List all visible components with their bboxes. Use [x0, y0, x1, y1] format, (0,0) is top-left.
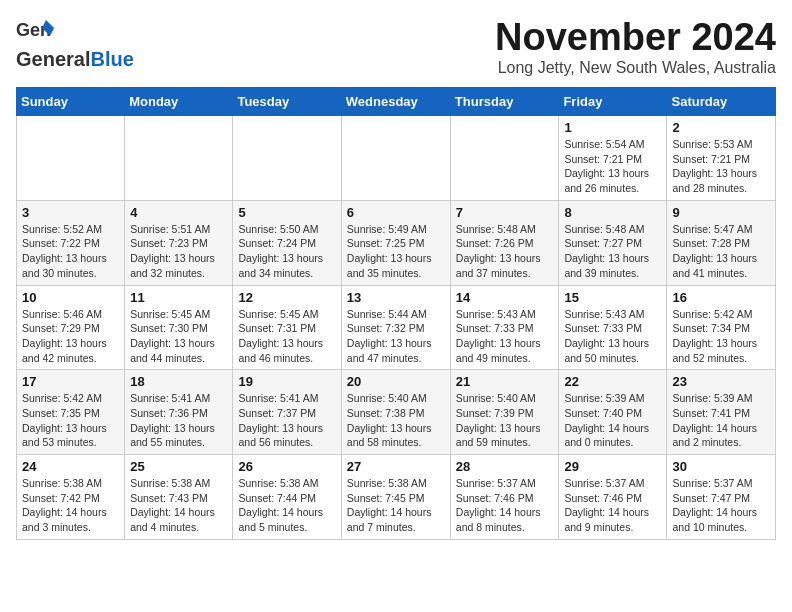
calendar-cell: 23Sunrise: 5:39 AM Sunset: 7:41 PM Dayli…: [667, 370, 776, 455]
calendar-cell: 8Sunrise: 5:48 AM Sunset: 7:27 PM Daylig…: [559, 200, 667, 285]
day-info: Sunrise: 5:48 AM Sunset: 7:26 PM Dayligh…: [456, 222, 554, 281]
weekday-header: Sunday: [17, 88, 125, 116]
day-number: 19: [238, 374, 335, 389]
day-number: 12: [238, 290, 335, 305]
page-header: Gen General Blue November 2024 Long Jett…: [16, 16, 776, 77]
calendar-cell: 1Sunrise: 5:54 AM Sunset: 7:21 PM Daylig…: [559, 116, 667, 201]
day-info: Sunrise: 5:37 AM Sunset: 7:46 PM Dayligh…: [564, 476, 661, 535]
logo-blue: Blue: [90, 48, 133, 70]
day-info: Sunrise: 5:45 AM Sunset: 7:30 PM Dayligh…: [130, 307, 227, 366]
calendar-cell: 25Sunrise: 5:38 AM Sunset: 7:43 PM Dayli…: [125, 455, 233, 540]
day-number: 13: [347, 290, 445, 305]
day-info: Sunrise: 5:38 AM Sunset: 7:43 PM Dayligh…: [130, 476, 227, 535]
weekday-header: Tuesday: [233, 88, 341, 116]
weekday-header: Monday: [125, 88, 233, 116]
day-info: Sunrise: 5:48 AM Sunset: 7:27 PM Dayligh…: [564, 222, 661, 281]
calendar-week-row: 10Sunrise: 5:46 AM Sunset: 7:29 PM Dayli…: [17, 285, 776, 370]
day-number: 14: [456, 290, 554, 305]
calendar-cell: [125, 116, 233, 201]
calendar-cell: 19Sunrise: 5:41 AM Sunset: 7:37 PM Dayli…: [233, 370, 341, 455]
calendar-cell: [17, 116, 125, 201]
day-number: 24: [22, 459, 119, 474]
day-info: Sunrise: 5:39 AM Sunset: 7:41 PM Dayligh…: [672, 391, 770, 450]
day-number: 18: [130, 374, 227, 389]
day-info: Sunrise: 5:37 AM Sunset: 7:47 PM Dayligh…: [672, 476, 770, 535]
day-info: Sunrise: 5:46 AM Sunset: 7:29 PM Dayligh…: [22, 307, 119, 366]
day-info: Sunrise: 5:37 AM Sunset: 7:46 PM Dayligh…: [456, 476, 554, 535]
day-number: 20: [347, 374, 445, 389]
day-number: 7: [456, 205, 554, 220]
day-number: 23: [672, 374, 770, 389]
logo: Gen General Blue: [16, 16, 134, 70]
day-number: 6: [347, 205, 445, 220]
calendar-cell: 2Sunrise: 5:53 AM Sunset: 7:21 PM Daylig…: [667, 116, 776, 201]
day-number: 4: [130, 205, 227, 220]
day-number: 10: [22, 290, 119, 305]
day-number: 3: [22, 205, 119, 220]
calendar-cell: [450, 116, 559, 201]
calendar-week-row: 17Sunrise: 5:42 AM Sunset: 7:35 PM Dayli…: [17, 370, 776, 455]
day-number: 17: [22, 374, 119, 389]
day-number: 21: [456, 374, 554, 389]
calendar-week-row: 3Sunrise: 5:52 AM Sunset: 7:22 PM Daylig…: [17, 200, 776, 285]
calendar-cell: 3Sunrise: 5:52 AM Sunset: 7:22 PM Daylig…: [17, 200, 125, 285]
day-info: Sunrise: 5:53 AM Sunset: 7:21 PM Dayligh…: [672, 137, 770, 196]
weekday-header-row: SundayMondayTuesdayWednesdayThursdayFrid…: [17, 88, 776, 116]
day-info: Sunrise: 5:38 AM Sunset: 7:45 PM Dayligh…: [347, 476, 445, 535]
day-number: 2: [672, 120, 770, 135]
calendar-cell: 21Sunrise: 5:40 AM Sunset: 7:39 PM Dayli…: [450, 370, 559, 455]
calendar-cell: 13Sunrise: 5:44 AM Sunset: 7:32 PM Dayli…: [341, 285, 450, 370]
day-info: Sunrise: 5:45 AM Sunset: 7:31 PM Dayligh…: [238, 307, 335, 366]
day-number: 9: [672, 205, 770, 220]
day-number: 8: [564, 205, 661, 220]
calendar-cell: 14Sunrise: 5:43 AM Sunset: 7:33 PM Dayli…: [450, 285, 559, 370]
weekday-header: Thursday: [450, 88, 559, 116]
calendar-cell: 5Sunrise: 5:50 AM Sunset: 7:24 PM Daylig…: [233, 200, 341, 285]
title-section: November 2024 Long Jetty, New South Wale…: [495, 16, 776, 77]
calendar-cell: 30Sunrise: 5:37 AM Sunset: 7:47 PM Dayli…: [667, 455, 776, 540]
day-info: Sunrise: 5:51 AM Sunset: 7:23 PM Dayligh…: [130, 222, 227, 281]
calendar-cell: 4Sunrise: 5:51 AM Sunset: 7:23 PM Daylig…: [125, 200, 233, 285]
day-info: Sunrise: 5:39 AM Sunset: 7:40 PM Dayligh…: [564, 391, 661, 450]
day-number: 25: [130, 459, 227, 474]
day-info: Sunrise: 5:43 AM Sunset: 7:33 PM Dayligh…: [456, 307, 554, 366]
calendar-cell: 10Sunrise: 5:46 AM Sunset: 7:29 PM Dayli…: [17, 285, 125, 370]
calendar-cell: 20Sunrise: 5:40 AM Sunset: 7:38 PM Dayli…: [341, 370, 450, 455]
calendar-cell: 24Sunrise: 5:38 AM Sunset: 7:42 PM Dayli…: [17, 455, 125, 540]
calendar-cell: 6Sunrise: 5:49 AM Sunset: 7:25 PM Daylig…: [341, 200, 450, 285]
weekday-header: Wednesday: [341, 88, 450, 116]
logo-icon: Gen: [16, 16, 56, 48]
day-number: 29: [564, 459, 661, 474]
calendar-cell: 15Sunrise: 5:43 AM Sunset: 7:33 PM Dayli…: [559, 285, 667, 370]
calendar-table: SundayMondayTuesdayWednesdayThursdayFrid…: [16, 87, 776, 540]
calendar-cell: 18Sunrise: 5:41 AM Sunset: 7:36 PM Dayli…: [125, 370, 233, 455]
calendar-week-row: 24Sunrise: 5:38 AM Sunset: 7:42 PM Dayli…: [17, 455, 776, 540]
day-number: 11: [130, 290, 227, 305]
day-info: Sunrise: 5:41 AM Sunset: 7:37 PM Dayligh…: [238, 391, 335, 450]
calendar-cell: 29Sunrise: 5:37 AM Sunset: 7:46 PM Dayli…: [559, 455, 667, 540]
day-number: 22: [564, 374, 661, 389]
day-info: Sunrise: 5:49 AM Sunset: 7:25 PM Dayligh…: [347, 222, 445, 281]
day-number: 5: [238, 205, 335, 220]
day-info: Sunrise: 5:42 AM Sunset: 7:34 PM Dayligh…: [672, 307, 770, 366]
calendar-cell: 11Sunrise: 5:45 AM Sunset: 7:30 PM Dayli…: [125, 285, 233, 370]
day-number: 15: [564, 290, 661, 305]
day-number: 27: [347, 459, 445, 474]
calendar-cell: 22Sunrise: 5:39 AM Sunset: 7:40 PM Dayli…: [559, 370, 667, 455]
day-number: 28: [456, 459, 554, 474]
calendar-cell: [233, 116, 341, 201]
day-number: 26: [238, 459, 335, 474]
calendar-cell: 17Sunrise: 5:42 AM Sunset: 7:35 PM Dayli…: [17, 370, 125, 455]
calendar-cell: 26Sunrise: 5:38 AM Sunset: 7:44 PM Dayli…: [233, 455, 341, 540]
day-number: 1: [564, 120, 661, 135]
day-info: Sunrise: 5:43 AM Sunset: 7:33 PM Dayligh…: [564, 307, 661, 366]
day-number: 30: [672, 459, 770, 474]
calendar-cell: 16Sunrise: 5:42 AM Sunset: 7:34 PM Dayli…: [667, 285, 776, 370]
calendar-cell: 28Sunrise: 5:37 AM Sunset: 7:46 PM Dayli…: [450, 455, 559, 540]
day-info: Sunrise: 5:42 AM Sunset: 7:35 PM Dayligh…: [22, 391, 119, 450]
calendar-week-row: 1Sunrise: 5:54 AM Sunset: 7:21 PM Daylig…: [17, 116, 776, 201]
weekday-header: Saturday: [667, 88, 776, 116]
day-info: Sunrise: 5:47 AM Sunset: 7:28 PM Dayligh…: [672, 222, 770, 281]
calendar-cell: 27Sunrise: 5:38 AM Sunset: 7:45 PM Dayli…: [341, 455, 450, 540]
logo-general: General: [16, 48, 90, 70]
